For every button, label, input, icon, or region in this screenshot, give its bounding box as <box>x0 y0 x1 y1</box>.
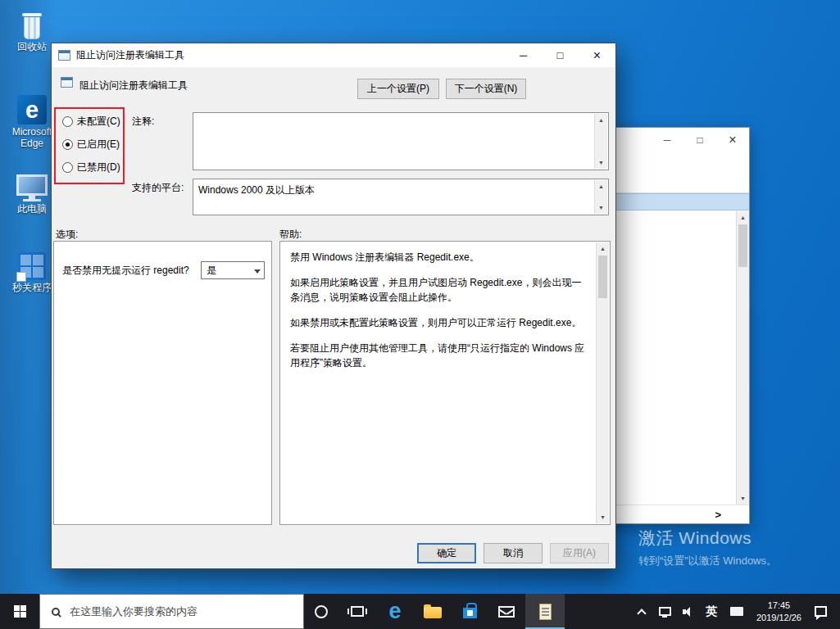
silent-run-select[interactable]: 是 <box>201 261 265 279</box>
window-controls: ─ □ × <box>505 43 615 67</box>
vertical-scrollbar[interactable]: ▲ ▼ <box>596 242 609 523</box>
vertical-scrollbar[interactable]: ▲ ▼ <box>594 180 607 214</box>
apply-button: 应用(A) <box>550 543 609 563</box>
scroll-down-icon[interactable]: ▼ <box>595 201 607 214</box>
volume-icon[interactable] <box>683 607 693 617</box>
desktop: 回收站 Microsoft Edge 此电脑 秒关程序 ─ □ × ▲ ▼ > <box>0 0 840 629</box>
clock-date: 2019/12/26 <box>756 612 801 623</box>
watermark-line1: 激活 Windows <box>638 527 777 550</box>
select-value: 是 <box>207 264 216 278</box>
clock[interactable]: 17:45 2019/12/26 <box>756 600 801 623</box>
help-paragraph: 若要阻止用户使用其他管理工具，请使用“只运行指定的 Windows 应用程序”策… <box>290 341 588 370</box>
help-caption: 帮助: <box>279 228 302 242</box>
taskbar-search[interactable]: 在这里输入你要搜索的内容 <box>39 594 304 629</box>
policy-name: 阻止访问注册表编辑工具 <box>79 79 188 93</box>
radio-icon <box>62 116 73 127</box>
task-view-button[interactable] <box>338 594 376 629</box>
activation-watermark: 激活 Windows 转到“设置”以激活 Windows。 <box>638 527 777 568</box>
edge-taskbar-button[interactable] <box>376 594 414 629</box>
dialog-title: 阻止访问注册表编辑工具 <box>76 48 184 62</box>
scroll-down-icon[interactable]: ▼ <box>597 511 609 523</box>
policy-icon <box>61 77 73 88</box>
help-text: 禁用 Windows 注册表编辑器 Regedit.exe。 如果启用此策略设置… <box>281 242 595 523</box>
scroll-up-icon[interactable]: ▲ <box>595 114 607 126</box>
scroll-thumb[interactable] <box>738 224 747 267</box>
touch-keyboard-icon[interactable] <box>730 607 743 616</box>
mail-icon <box>498 606 515 618</box>
radio-icon <box>62 139 73 150</box>
comment-label: 注释: <box>132 115 154 129</box>
folder-icon <box>424 607 442 618</box>
tray-expand-icon[interactable] <box>637 609 646 618</box>
options-caption: 选项: <box>56 228 78 242</box>
scroll-down-icon[interactable]: ▼ <box>737 492 749 505</box>
cancel-button[interactable]: 取消 <box>484 543 543 563</box>
close-icon[interactable]: × <box>579 43 615 67</box>
supported-on-label: 支持的平台: <box>132 181 184 195</box>
help-paragraph: 如果禁用或未配置此策略设置，则用户可以正常运行 Regedit.exe。 <box>290 315 588 330</box>
store-icon <box>463 608 477 618</box>
scroll-up-icon[interactable]: ▲ <box>597 242 609 255</box>
next-setting-button[interactable]: 下一个设置(N) <box>446 79 526 99</box>
edge-icon <box>17 90 47 124</box>
dialog-body: 阻止访问注册表编辑工具 上一个设置(P) 下一个设置(N) 未配置(C) 已启用… <box>52 67 615 568</box>
radio-not-configured[interactable]: 未配置(C) <box>62 114 120 129</box>
close-icon[interactable]: × <box>716 128 749 152</box>
policy-setting-dialog: 阻止访问注册表编辑工具 ─ □ × 阻止访问注册表编辑工具 上一个设置(P) 下… <box>51 43 616 569</box>
radio-icon <box>62 162 73 173</box>
help-paragraph: 如果启用此策略设置，并且用户试图启动 Regedit.exe，则会出现一条消息，… <box>290 275 588 305</box>
scroll-down-icon[interactable]: ▼ <box>595 156 607 169</box>
previous-setting-button[interactable]: 上一个设置(P) <box>357 79 439 99</box>
option-row: 是否禁用无提示运行 regedit? 是 <box>54 242 271 279</box>
this-pc-icon <box>16 167 48 201</box>
minimize-icon[interactable]: ─ <box>651 128 683 152</box>
gpedit-app-icon <box>58 50 70 61</box>
edge-icon <box>388 600 401 622</box>
system-tray: 英 17:45 2019/12/26 <box>632 594 840 629</box>
watermark-line2: 转到“设置”以激活 Windows。 <box>638 554 777 568</box>
vertical-scrollbar[interactable]: ▲ ▼ <box>736 211 749 505</box>
ime-indicator[interactable]: 英 <box>706 604 717 619</box>
mail-button[interactable] <box>488 594 525 629</box>
supported-on-value: Windows 2000 及以上版本 <box>198 183 590 197</box>
supported-on-input[interactable]: Windows 2000 及以上版本 ▲ ▼ <box>193 179 609 215</box>
radio-disabled[interactable]: 已禁用(D) <box>62 160 120 174</box>
help-paragraph: 禁用 Windows 注册表编辑器 Regedit.exe。 <box>290 250 588 265</box>
taskbar: 在这里输入你要搜索的内容 英 17:45 2019/12/26 <box>0 594 840 629</box>
clock-time: 17:45 <box>756 600 801 611</box>
scroll-up-icon[interactable]: ▲ <box>737 211 749 224</box>
scroll-thumb[interactable] <box>598 256 607 298</box>
option-question: 是否禁用无提示运行 regedit? <box>62 264 189 278</box>
store-button[interactable] <box>452 594 488 629</box>
radio-label: 已启用(E) <box>77 138 120 152</box>
action-center-icon[interactable] <box>815 606 827 617</box>
minimize-icon[interactable]: ─ <box>505 43 542 67</box>
vertical-scrollbar[interactable]: ▲ ▼ <box>594 114 607 169</box>
gpedit-taskbar-button[interactable] <box>525 594 565 629</box>
task-view-icon <box>351 606 364 617</box>
maximize-icon[interactable]: □ <box>542 43 579 67</box>
help-panel: 禁用 Windows 注册表编辑器 Regedit.exe。 如果启用此策略设置… <box>279 241 611 525</box>
app-shortcut-icon <box>18 246 46 280</box>
state-radio-group: 未配置(C) 已启用(E) 已禁用(D) <box>62 114 120 183</box>
chevron-down-icon <box>254 269 261 277</box>
dialog-footer: 确定 取消 应用(A) <box>417 543 609 563</box>
file-explorer-button[interactable] <box>414 594 452 629</box>
recycle-bin-icon <box>22 5 42 39</box>
network-icon[interactable] <box>659 607 671 616</box>
start-button[interactable] <box>0 594 39 629</box>
radio-label: 已禁用(D) <box>77 161 120 174</box>
scroll-up-icon[interactable]: ▲ <box>595 180 607 192</box>
options-panel: 是否禁用无提示运行 regedit? 是 <box>53 241 272 525</box>
search-icon <box>52 608 60 616</box>
dialog-titlebar: 阻止访问注册表编辑工具 ─ □ × <box>52 43 615 67</box>
scroll-right-icon[interactable]: > <box>715 509 721 521</box>
ok-button[interactable]: 确定 <box>417 543 476 563</box>
document-icon <box>539 604 552 620</box>
comment-input[interactable]: ▲ ▼ <box>193 112 609 170</box>
search-placeholder: 在这里输入你要搜索的内容 <box>70 604 198 619</box>
windows-logo-icon <box>14 605 26 618</box>
cortana-button[interactable] <box>304 594 338 629</box>
radio-enabled[interactable]: 已启用(E) <box>62 137 120 152</box>
maximize-icon[interactable]: □ <box>683 128 716 152</box>
